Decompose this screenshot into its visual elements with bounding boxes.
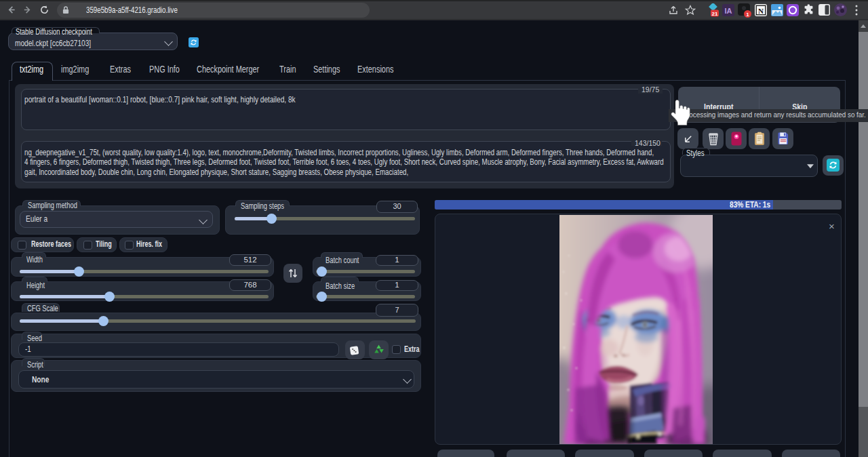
svg-text:1: 1 xyxy=(746,12,749,18)
svg-text:21: 21 xyxy=(712,11,718,17)
svg-text:IA: IA xyxy=(725,7,732,15)
svg-text:N: N xyxy=(758,7,764,15)
